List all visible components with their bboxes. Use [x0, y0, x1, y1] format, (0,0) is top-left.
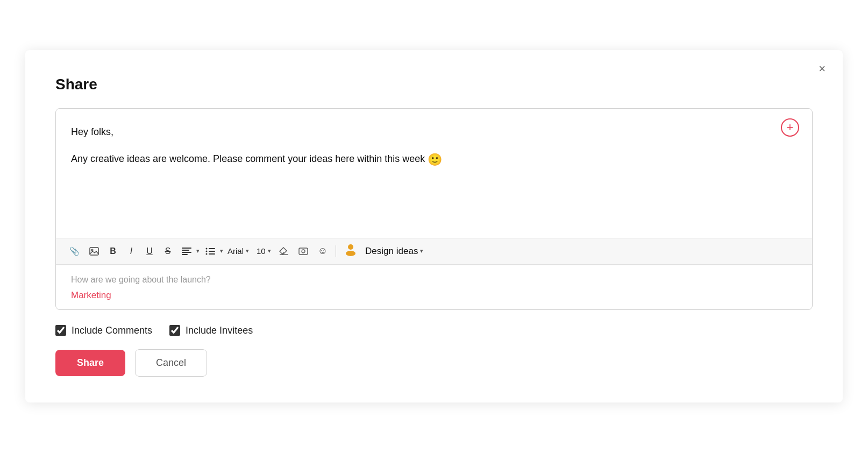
- erase-button[interactable]: [275, 243, 293, 260]
- svg-rect-15: [299, 248, 308, 255]
- editor-line2: Any creative ideas are welcome. Please c…: [71, 150, 795, 170]
- font-family-chevron: ▾: [246, 248, 249, 255]
- editor-box: + Hey folks, Any creative ideas are welc…: [55, 108, 813, 310]
- svg-point-10: [206, 253, 208, 255]
- design-ideas-label: Design ideas: [365, 246, 418, 257]
- emoji-button[interactable]: ☺: [314, 243, 331, 260]
- thread-question: How are we going about the launch?: [71, 275, 797, 285]
- svg-rect-2: [182, 248, 191, 249]
- align-chevron: ▾: [196, 248, 200, 255]
- share-modal: × Share + Hey folks, Any creative ideas …: [25, 50, 843, 402]
- add-content-button[interactable]: +: [781, 118, 799, 137]
- align-button[interactable]: [178, 243, 195, 260]
- list-chevron: ▾: [220, 248, 223, 255]
- person-icon: [345, 243, 357, 259]
- svg-rect-11: [209, 253, 215, 255]
- underline-button[interactable]: U: [141, 243, 158, 260]
- editor-content[interactable]: + Hey folks, Any creative ideas are welc…: [56, 109, 812, 238]
- editor-line1: Hey folks,: [71, 124, 795, 140]
- include-invitees-input[interactable]: [169, 325, 180, 336]
- design-ideas-selector[interactable]: Design ideas ▾: [365, 246, 423, 257]
- font-family-selector[interactable]: Arial ▾: [225, 243, 251, 260]
- svg-point-17: [348, 244, 353, 250]
- svg-point-16: [302, 250, 305, 253]
- svg-rect-0: [90, 248, 98, 255]
- toolbar-separator: [336, 245, 336, 257]
- include-comments-label: Include Comments: [72, 325, 152, 336]
- include-comments-checkbox[interactable]: Include Comments: [55, 325, 152, 336]
- font-size-chevron: ▾: [268, 248, 271, 255]
- bold-button[interactable]: B: [105, 243, 121, 260]
- font-size-selector[interactable]: 10 ▾: [254, 243, 273, 260]
- checkbox-row: Include Comments Include Invitees: [55, 325, 813, 336]
- image-button[interactable]: [86, 243, 103, 260]
- button-row: Share Cancel: [55, 349, 813, 377]
- svg-rect-3: [182, 250, 189, 251]
- font-size-label: 10: [257, 246, 266, 256]
- modal-title: Share: [55, 76, 813, 93]
- attach-button[interactable]: 📎: [66, 243, 83, 260]
- svg-point-1: [91, 249, 93, 251]
- emoji-smiley: 🙂: [428, 153, 442, 166]
- threads-area: How are we going about the launch? Marke…: [56, 265, 812, 309]
- svg-rect-9: [209, 251, 215, 252]
- thread-tag: Marketing: [71, 290, 797, 301]
- share-button[interactable]: Share: [55, 350, 125, 376]
- photo-button[interactable]: [295, 243, 312, 260]
- svg-point-18: [346, 251, 355, 256]
- toolbar: 📎 B I U S: [56, 238, 812, 265]
- svg-point-6: [206, 248, 208, 249]
- cancel-button[interactable]: Cancel: [135, 349, 207, 377]
- include-comments-input[interactable]: [55, 325, 66, 336]
- font-family-label: Arial: [227, 246, 244, 256]
- svg-point-8: [206, 250, 208, 252]
- svg-rect-7: [209, 248, 215, 249]
- close-button[interactable]: ×: [819, 63, 826, 75]
- include-invitees-label: Include Invitees: [186, 325, 253, 336]
- include-invitees-checkbox[interactable]: Include Invitees: [169, 325, 253, 336]
- list-button[interactable]: [202, 243, 219, 260]
- strikethrough-button[interactable]: S: [160, 243, 176, 260]
- design-ideas-chevron: ▾: [420, 248, 423, 255]
- svg-rect-5: [182, 254, 188, 255]
- svg-rect-4: [182, 252, 191, 253]
- italic-button[interactable]: I: [123, 243, 139, 260]
